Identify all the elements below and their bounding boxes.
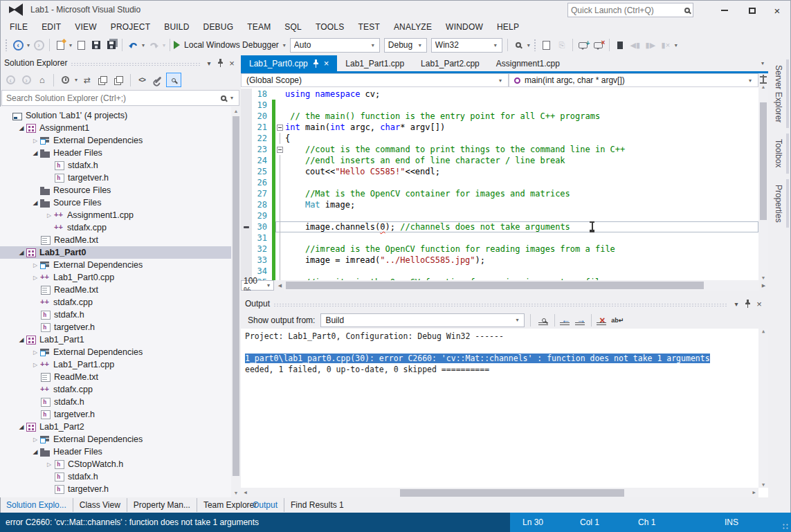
scroll-down-icon[interactable]: ▼: [758, 482, 768, 488]
tree-item-stdafx-cpp[interactable]: stdafx.cpp: [0, 296, 231, 309]
output-content[interactable]: Project: Lab1_Part0, Configuration: Debu…: [241, 329, 768, 497]
tool-tab-output[interactable]: Output: [246, 498, 284, 512]
clear-all-button[interactable]: ×: [594, 313, 610, 327]
code-line-29[interactable]: 29: [241, 210, 758, 221]
navigate-to-button[interactable]: [540, 37, 554, 53]
toggle-word-wrap-button[interactable]: ab↵: [610, 313, 625, 327]
output-horizontal-scrollbar[interactable]: ◀ ▶: [241, 488, 758, 497]
collapse-region-icon[interactable]: [277, 125, 283, 131]
scroll-right-icon[interactable]: ▶: [759, 283, 768, 288]
tree-item-targetver-h[interactable]: targetver.h: [0, 408, 231, 421]
navigate-backward-chevron-icon[interactable]: ▾: [27, 42, 30, 48]
scroll-up-icon[interactable]: ▲: [758, 84, 768, 89]
breakpoint-margin[interactable]: [241, 177, 252, 188]
breakpoint-margin[interactable]: [241, 232, 252, 244]
remove-comment-button[interactable]: ×: [592, 37, 606, 53]
tree-item-external-dependencies[interactable]: ▷External Dependencies: [0, 259, 231, 271]
tree-item-stdafx-h[interactable]: stdafx.h: [0, 470, 231, 483]
save-all-button[interactable]: [104, 37, 118, 53]
toolbar-drag-handle[interactable]: [534, 39, 537, 51]
tree-item-lab1-part1-cpp[interactable]: ▷Lab1_Part1.cpp: [0, 358, 231, 371]
member-dropdown[interactable]: main(int argc, char * argv[]) ▾: [509, 73, 758, 87]
tree-item-readme-txt[interactable]: ReadMe.txt: [0, 371, 231, 383]
scroll-up-icon[interactable]: ▲: [758, 329, 768, 334]
expander-expanded-icon[interactable]: ◢: [17, 423, 26, 430]
tree-item-lab1-part1[interactable]: ◢Lab1_Part1: [0, 333, 231, 346]
search-icon[interactable]: [684, 8, 690, 13]
tree-item-stdafx-h[interactable]: stdafx.h: [0, 396, 231, 408]
tree-item-stdafx-h[interactable]: stdafx.h: [0, 309, 231, 321]
code-line-25[interactable]: 25 cout<<"Hello CS585!"<<endl;: [241, 166, 758, 177]
sync-with-active-document-button[interactable]: ⇄: [80, 73, 95, 87]
tool-tab-property-man[interactable]: Property Man...: [127, 498, 197, 512]
previous-message-button[interactable]: ←: [558, 313, 573, 327]
expander-expanded-icon[interactable]: ◢: [17, 125, 26, 131]
pin-icon[interactable]: [313, 59, 319, 68]
breakpoint-margin[interactable]: [241, 244, 252, 255]
clear-bookmarks-button[interactable]: ▮×: [659, 37, 673, 53]
close-icon[interactable]: ×: [227, 58, 237, 68]
scope-dropdown[interactable]: (Global Scope) ▾: [241, 73, 509, 87]
new-file-button[interactable]: [53, 37, 67, 53]
expander-expanded-icon[interactable]: ◢: [17, 336, 26, 343]
editor-tab-assignment1-cpp[interactable]: Assignment1.cpp: [488, 55, 568, 71]
menu-window[interactable]: WINDOW: [439, 20, 490, 34]
redo-button[interactable]: [147, 37, 161, 53]
code-line-33[interactable]: 33 image = imread("../HelloCS585.jpg");: [241, 255, 758, 266]
code-editor[interactable]: 18using namespace cv;1920 // the main() …: [241, 87, 758, 280]
pending-changes-filter-button[interactable]: [57, 73, 73, 87]
code-line-28[interactable]: 28 Mat image;: [241, 199, 758, 210]
redo-chevron-icon[interactable]: ▾: [163, 42, 165, 48]
menu-tools[interactable]: TOOLS: [309, 20, 351, 34]
tree-item-targetver-h[interactable]: targetver.h: [0, 172, 231, 184]
toolbar-overflow-chevron-icon[interactable]: ▾: [675, 42, 678, 48]
toolbar-drag-handle[interactable]: [5, 39, 8, 51]
fold-margin[interactable]: [275, 122, 285, 133]
side-tab-properties[interactable]: Properties: [772, 179, 789, 228]
next-bookmark-button[interactable]: ▮▶: [644, 37, 657, 53]
menu-test[interactable]: TEST: [351, 20, 386, 34]
quick-launch-box[interactable]: [567, 3, 693, 17]
navigate-forward-button[interactable]: ›: [32, 37, 46, 53]
solution-tree-scrollbar[interactable]: ▲ ▼: [231, 107, 241, 497]
scrollbar-thumb[interactable]: [233, 116, 239, 476]
scroll-down-icon[interactable]: ▼: [758, 275, 768, 280]
search-icon[interactable]: [221, 95, 226, 101]
output-line[interactable]: Project: Lab1_Part0, Configuration: Debu…: [245, 331, 768, 342]
breakpoint-margin[interactable]: [241, 210, 252, 221]
code-line-24[interactable]: 24 //endl inserts an end of line charact…: [241, 155, 758, 166]
breakpoint-margin[interactable]: [241, 144, 252, 155]
view-code-button[interactable]: <>: [134, 73, 149, 87]
scroll-down-icon[interactable]: ▼: [231, 488, 241, 497]
solution-explorer-search-input[interactable]: [6, 93, 218, 103]
breakpoint-margin[interactable]: [241, 199, 252, 210]
tree-item-readme-txt[interactable]: ReadMe.txt: [0, 234, 231, 246]
menu-view[interactable]: VIEW: [68, 20, 103, 34]
close-icon[interactable]: ×: [754, 299, 764, 309]
breakpoint-margin[interactable]: [241, 188, 252, 199]
fold-margin[interactable]: [275, 144, 285, 155]
breakpoint-margin[interactable]: [241, 133, 252, 144]
menu-team[interactable]: TEAM: [240, 20, 278, 34]
tree-item-resource-files[interactable]: Resource Files: [0, 184, 231, 196]
save-button[interactable]: [89, 37, 103, 53]
scrollbar-track[interactable]: [250, 488, 749, 498]
toggle-bookmark-button[interactable]: [613, 37, 627, 53]
tree-item-stdafx-cpp[interactable]: stdafx.cpp: [0, 221, 231, 234]
tool-tab-solution-explo[interactable]: Solution Explo...: [0, 498, 73, 512]
search-options-chevron-icon[interactable]: ▾: [230, 95, 233, 101]
menu-help[interactable]: HELP: [490, 20, 526, 34]
configuration-combo[interactable]: Debug ▾: [384, 38, 427, 53]
filter-chevron-icon[interactable]: ▾: [75, 77, 78, 83]
tree-item-lab1-part2[interactable]: ◢Lab1_Part2: [0, 421, 231, 433]
code-line-34[interactable]: 34: [241, 266, 758, 277]
tree-item-targetver-h[interactable]: targetver.h: [0, 321, 231, 333]
menu-file[interactable]: FILE: [3, 20, 35, 34]
scroll-up-icon[interactable]: ▲: [231, 107, 241, 116]
copy-button[interactable]: ⎘: [555, 37, 569, 53]
expander-collapsed-icon[interactable]: ▷: [30, 275, 40, 281]
open-file-button[interactable]: [74, 37, 88, 53]
minimize-button[interactable]: [714, 4, 735, 17]
tree-item-assignment1[interactable]: ◢Assignment1: [0, 122, 231, 134]
tree-item-assignment1-cpp[interactable]: ▷Assignment1.cpp: [0, 209, 231, 221]
